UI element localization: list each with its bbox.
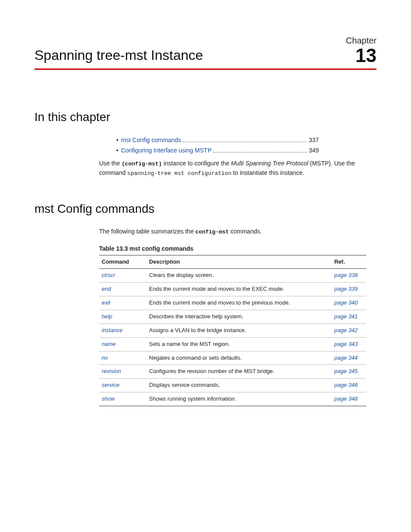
table-row: noNegates a command or sets defaults.pag… xyxy=(99,351,366,365)
page-ref-link[interactable]: page 343 xyxy=(332,337,366,351)
command-link[interactable]: clrscr xyxy=(99,269,146,283)
table-row: instanceAssigns a VLAN to the bridge ins… xyxy=(99,324,366,337)
toc-page: 349 xyxy=(309,146,319,155)
command-link[interactable]: end xyxy=(99,283,146,296)
chapter-header: Spanning tree-mst Instance Chapter 13 xyxy=(34,34,377,70)
code-text: config-mst xyxy=(195,229,229,235)
toc-link[interactable]: mst Config commands xyxy=(121,136,181,144)
code-text: (config-mst) xyxy=(121,161,162,167)
command-description: Assigns a VLAN to the bridge instance. xyxy=(146,324,332,337)
command-description: Describes the interactive help system. xyxy=(146,310,332,324)
table-row: showShows running system information.pag… xyxy=(99,392,366,406)
toc: • mst Config commands 337 • Configuring … xyxy=(116,136,377,155)
toc-dots xyxy=(213,152,307,152)
text: to instantiate this instance. xyxy=(231,169,304,176)
chapter-title: Spanning tree-mst Instance xyxy=(34,45,203,65)
text: commands. xyxy=(229,228,262,235)
command-description: Ends the current mode and moves to the p… xyxy=(146,296,332,310)
command-link[interactable]: exit xyxy=(99,296,146,310)
intro-paragraph: Use the (config-mst) instance to configu… xyxy=(99,159,366,178)
table-row: nameSets a name for the MST region.page … xyxy=(99,337,366,351)
page-ref-link[interactable]: page 341 xyxy=(332,310,366,324)
command-link[interactable]: help xyxy=(99,310,146,324)
page-ref-link[interactable]: page 339 xyxy=(332,283,366,296)
toc-item: • Configuring Interface using MSTP 349 xyxy=(116,146,319,155)
command-description: Shows running system information. xyxy=(146,392,332,406)
text: The following table summarizes the xyxy=(99,228,195,235)
command-description: Displays service commands. xyxy=(146,379,332,392)
toc-item: • mst Config commands 337 xyxy=(116,136,319,144)
table-row: helpDescribes the interactive help syste… xyxy=(99,310,366,324)
table-row: exitEnds the current mode and moves to t… xyxy=(99,296,366,310)
table-header-row: Command Description Ref. xyxy=(99,255,366,269)
page-ref-link[interactable]: page 346 xyxy=(332,379,366,392)
section-heading-mst-config: mst Config commands xyxy=(34,200,377,218)
command-description: Negates a command or sets defaults. xyxy=(146,351,332,365)
command-link[interactable]: name xyxy=(99,337,146,351)
code-text: spanning-tree mst configuration xyxy=(127,170,231,177)
command-link[interactable]: no xyxy=(99,351,146,365)
italic-text: Multi Spanning Tree Protocol xyxy=(231,160,308,167)
command-description: Clears the display screen. xyxy=(146,269,332,283)
table-row: serviceDisplays service commands.page 34… xyxy=(99,379,366,392)
table-row: endEnds the current mode and moves to th… xyxy=(99,283,366,296)
command-link[interactable]: instance xyxy=(99,324,146,337)
text: instance to configure the xyxy=(162,160,231,167)
table-row: revisionConfigures the revision number o… xyxy=(99,365,366,379)
toc-page: 337 xyxy=(309,136,319,144)
command-description: Configures the revision number of the MS… xyxy=(146,365,332,379)
chapter-label-box: Chapter 13 xyxy=(346,34,377,65)
text: Use the xyxy=(99,160,121,167)
section-heading-in-this-chapter: In this chapter xyxy=(34,109,377,126)
page-ref-link[interactable]: page 348 xyxy=(332,392,366,406)
page-ref-link[interactable]: page 345 xyxy=(332,365,366,379)
command-description: Sets a name for the MST region. xyxy=(146,337,332,351)
page-ref-link[interactable]: page 344 xyxy=(332,351,366,365)
bullet-icon: • xyxy=(116,146,118,155)
page-ref-link[interactable]: page 342 xyxy=(332,324,366,337)
toc-dots xyxy=(183,142,307,142)
page-ref-link[interactable]: page 338 xyxy=(332,269,366,283)
table-header: Description xyxy=(146,255,332,269)
table-caption: Table 13.3 mst config commands xyxy=(99,244,377,253)
page-ref-link[interactable]: page 340 xyxy=(332,296,366,310)
command-description: Ends the current mode and moves to the E… xyxy=(146,283,332,296)
commands-table: Command Description Ref. clrscrClears th… xyxy=(99,255,366,406)
bullet-icon: • xyxy=(116,136,118,144)
table-header: Ref. xyxy=(332,255,366,269)
command-link[interactable]: show xyxy=(99,392,146,406)
command-link[interactable]: revision xyxy=(99,365,146,379)
table-header: Command xyxy=(99,255,146,269)
section-intro: The following table summarizes the confi… xyxy=(99,227,366,236)
chapter-number: 13 xyxy=(346,46,377,65)
toc-link[interactable]: Configuring Interface using MSTP xyxy=(121,146,212,155)
command-link[interactable]: service xyxy=(99,379,146,392)
table-row: clrscrClears the display screen.page 338 xyxy=(99,269,366,283)
